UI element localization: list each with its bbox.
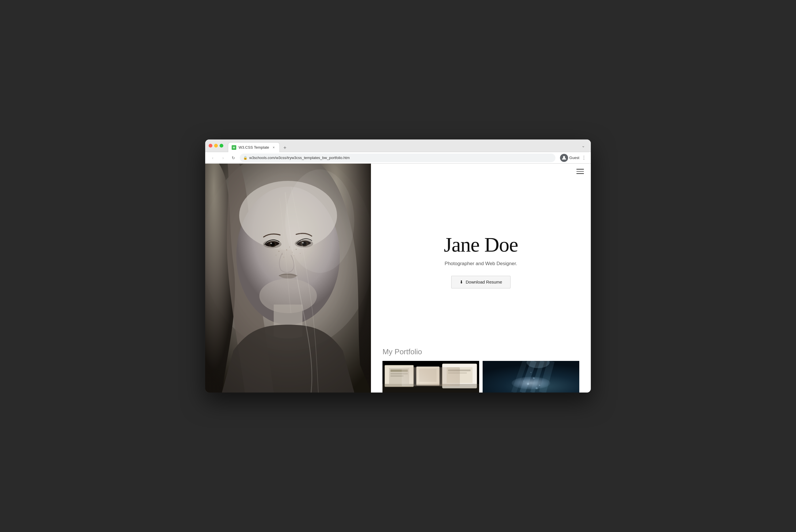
hamburger-line-1 [576, 169, 584, 170]
portrait-panel [205, 164, 371, 393]
content-panel: Jane Doe Photographer and Web Designer. … [371, 164, 591, 393]
portfolio-item-2[interactable] [483, 361, 579, 393]
svg-rect-31 [390, 369, 408, 372]
svg-rect-33 [390, 375, 404, 377]
new-tab-button[interactable]: + [281, 144, 289, 152]
hero-name: Jane Doe [444, 233, 518, 256]
hamburger-line-2 [576, 171, 584, 172]
website-content: Jane Doe Photographer and Web Designer. … [205, 164, 591, 393]
profile-name: Guest [569, 156, 579, 160]
portfolio-section: My Portfolio [371, 343, 591, 393]
profile-icon[interactable] [560, 154, 568, 162]
url-text: w3schools.com/w3css/tryw3css_templates_b… [249, 156, 350, 160]
forward-button[interactable]: › [219, 154, 227, 162]
hamburger-area [371, 164, 591, 179]
minimize-button[interactable] [214, 144, 218, 148]
svg-rect-38 [448, 369, 470, 371]
svg-point-47 [536, 387, 538, 390]
chrome-addressbar: ‹ › ↻ 🔒 w3schools.com/w3css/tryw3css_tem… [205, 152, 591, 164]
back-button[interactable]: ‹ [209, 154, 217, 162]
svg-point-46 [530, 372, 532, 373]
profile-area: Guest ⋮ [560, 154, 587, 162]
lock-icon: 🔒 [243, 156, 247, 160]
hero-subtitle: Photographer and Web Designer. [445, 261, 517, 267]
address-bar[interactable]: 🔒 w3schools.com/w3css/tryw3css_templates… [240, 154, 555, 162]
portfolio-grid [383, 361, 579, 393]
tab-favicon-icon: w [232, 145, 236, 150]
svg-rect-32 [390, 373, 408, 375]
hero-content: Jane Doe Photographer and Web Designer. … [371, 179, 591, 343]
traffic-lights [209, 144, 223, 148]
tab-dropdown-button[interactable]: ⌄ [579, 142, 587, 149]
svg-rect-39 [448, 373, 467, 374]
svg-rect-40 [383, 384, 479, 393]
svg-point-43 [527, 383, 529, 385]
svg-point-45 [539, 385, 540, 386]
active-tab[interactable]: w W3.CSS Template × [228, 142, 280, 152]
portfolio-item-1[interactable] [383, 361, 479, 393]
svg-rect-26 [205, 164, 371, 393]
hamburger-line-3 [576, 173, 584, 174]
svg-rect-35 [419, 369, 437, 382]
portfolio-title: My Portfolio [383, 347, 579, 356]
tab-close-button[interactable]: × [271, 145, 276, 150]
tab-bar: w W3.CSS Template × + [228, 139, 577, 152]
download-resume-button[interactable]: ⬇ Download Resume [451, 276, 511, 288]
download-icon: ⬇ [460, 280, 463, 285]
close-button[interactable] [209, 144, 212, 148]
maximize-button[interactable] [220, 144, 223, 148]
browser-window: w W3.CSS Template × + ⌄ ‹ › ↻ 🔒 w3school… [205, 139, 591, 393]
tab-title: W3.CSS Template [239, 145, 269, 150]
reload-button[interactable]: ↻ [229, 154, 237, 162]
download-label: Download Resume [466, 280, 502, 284]
portrait-image [205, 164, 371, 393]
kebab-menu-button[interactable]: ⋮ [580, 154, 587, 162]
svg-rect-34 [416, 367, 440, 385]
svg-point-48 [523, 380, 524, 382]
chrome-titlebar: w W3.CSS Template × + ⌄ [205, 139, 591, 152]
hamburger-menu-button[interactable] [576, 169, 584, 174]
svg-point-44 [533, 377, 535, 379]
